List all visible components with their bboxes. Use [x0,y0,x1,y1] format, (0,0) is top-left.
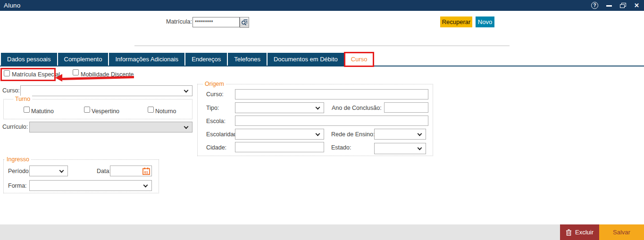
rede-ensino-select[interactable] [374,129,426,140]
noturno-checkbox[interactable] [148,107,154,113]
excluir-button[interactable]: Excluir [560,224,599,240]
maximize-icon[interactable] [620,3,626,8]
curso-label: Curso: [2,87,20,94]
periodo-select[interactable] [29,166,68,176]
trash-icon [566,229,572,236]
mobilidade-discente-checkbox[interactable] [73,69,79,75]
ingresso-legend: Ingresso [5,156,31,163]
chevron-down-icon [316,105,320,109]
chevron-down-icon [184,88,189,92]
close-icon[interactable]: ✕ [634,0,639,11]
chevron-down-icon [316,131,320,136]
matutino-checkbox[interactable] [24,107,30,113]
escolaridade-select[interactable] [235,129,324,140]
tab-dados-pessoais[interactable]: Dados pessoais [1,53,57,66]
tab-complemento[interactable]: Complemento [58,53,109,66]
chevron-down-icon [184,124,189,129]
cidade-label: Cidade: [206,144,226,151]
window-controls: ? ✕ [591,0,639,11]
estado-select[interactable] [374,143,426,154]
rede-ensino-label: Rede de Ensino: [331,131,375,138]
novo-button[interactable]: Novo [476,17,494,27]
periodo-label: Período: [8,168,30,174]
calendar-icon[interactable]: 01 [142,167,150,175]
forma-select[interactable] [29,180,152,191]
forma-label: Forma: [8,182,27,189]
help-icon[interactable]: ? [591,2,598,9]
matricula-especial-label: Matrícula Especial [12,71,60,78]
origem-curso-input[interactable] [235,89,428,99]
matricula-label: Matrícula: [166,18,192,25]
turno-legend: Turno [13,96,32,102]
cidade-input[interactable] [235,142,324,152]
minimize-icon[interactable] [606,5,612,7]
recuperar-button[interactable]: Recuperar [440,17,472,27]
tab-informacoes-adicionais[interactable]: Informações Adicionais [109,53,184,66]
tab-bar: Dados pessoais Complemento Informações A… [1,53,373,66]
matricula-input[interactable] [192,17,240,27]
chevron-down-icon [59,168,64,173]
curso-select[interactable] [20,85,192,96]
lookup-button[interactable] [240,17,249,28]
tab-telefones[interactable]: Telefones [228,53,267,66]
toolbar-divider [134,45,510,46]
chevron-down-icon [143,182,148,187]
footer-bar [0,224,644,240]
ano-conclusao-label: Ano de Conclusão: [332,105,382,111]
escola-input[interactable] [235,116,428,126]
origem-tipo-select[interactable] [235,102,324,113]
origem-curso-label: Curso: [206,91,224,98]
tab-documentos-em-debito[interactable]: Documentos em Débito [268,53,344,66]
origem-tipo-label: Tipo: [206,105,219,111]
matricula-especial-checkbox[interactable] [4,70,10,76]
curriculo-label: Currículo: [2,124,28,130]
escola-label: Escola: [206,118,226,124]
estado-label: Estado: [331,144,351,151]
aluno-window: Aluno ? ✕ Matrícula: Recuperar Novo Dado… [0,0,644,240]
chevron-down-icon [418,146,422,150]
matutino-label: Matutino [31,108,54,115]
mobilidade-discente-label: Mobilidade Discente [81,71,134,78]
svg-text:01: 01 [144,170,148,174]
title-bar: Aluno ? ✕ [0,0,644,11]
ano-conclusao-input[interactable] [384,102,428,113]
origem-legend: Origem [203,81,226,87]
chevron-down-icon [418,131,422,136]
vespertino-label: Vespertino [92,108,119,115]
window-title: Aluno [4,2,21,9]
search-icon [241,19,248,26]
data-label: Data: [97,168,111,174]
curriculo-select[interactable] [29,122,192,132]
noturno-label: Noturno [155,108,176,115]
tab-enderecos[interactable]: Endereços [185,53,227,66]
excluir-label: Excluir [575,229,594,236]
salvar-button[interactable]: Salvar [599,224,644,240]
tab-curso[interactable]: Curso [345,53,374,66]
vespertino-checkbox[interactable] [84,107,90,113]
